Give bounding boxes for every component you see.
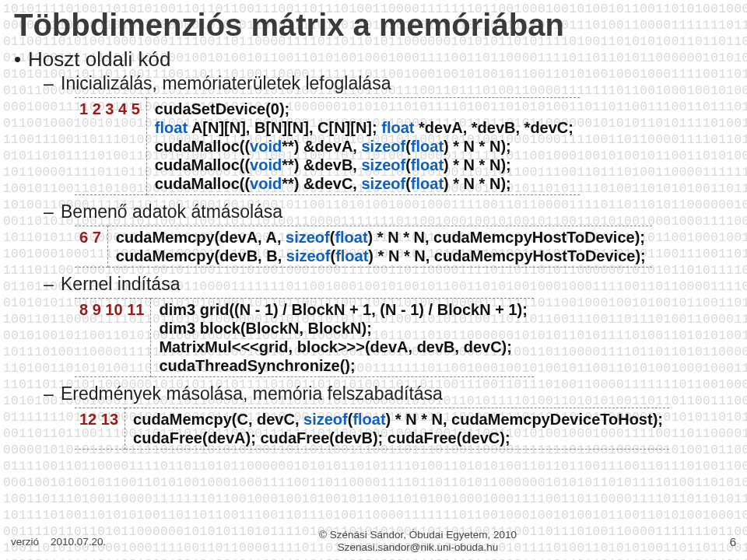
bullet-level1: Hoszt oldali kód	[14, 47, 733, 72]
slide: Többdimenziós mátrix a memóriában Hoszt …	[0, 0, 747, 560]
bullet-level2: Bemenő adatok átmásolása	[14, 201, 733, 222]
bullet-level2: Eredmények másolása, memória felszabadít…	[14, 383, 733, 404]
footer-email: Szenasi.sandor@nik.uni-obuda.hu	[106, 541, 729, 554]
footer-center: © Szénási Sándor, Óbudai Egyetem, 2010 S…	[106, 529, 729, 554]
line-numbers: 6 7	[75, 226, 108, 268]
line-numbers: 12 13	[75, 408, 125, 450]
code-lines: cudaMemcpy(C, devC, sizeof(float) * N * …	[125, 408, 669, 450]
footer-date: 2010.07.20.	[51, 536, 106, 548]
code-block-3: 8 9 10 11 dim3 grid((N - 1) / BlockN + 1…	[75, 298, 733, 377]
code-lines: cudaMemcpy(devA, A, sizeof(float) * N * …	[108, 226, 652, 268]
footer-left: verzió 2010.07.20.	[11, 536, 106, 548]
footer-page-number: 6	[730, 535, 736, 548]
version-label: verzió	[11, 536, 39, 548]
code-block-1: 1 2 3 4 5 cudaSetDevice(0); float A[N][N…	[75, 97, 733, 195]
bullet-level2: Kernel indítása	[14, 274, 733, 295]
line-numbers: 1 2 3 4 5	[75, 97, 147, 195]
slide-footer: verzió 2010.07.20. © Szénási Sándor, Óbu…	[0, 523, 747, 560]
code-block-2: 6 7 cudaMemcpy(devA, A, sizeof(float) * …	[75, 226, 733, 268]
bullet-level2: Inicializálás, memóriaterületek lefoglal…	[14, 73, 733, 94]
code-lines: dim3 grid((N - 1) / BlockN + 1, (N - 1) …	[151, 298, 533, 377]
footer-copyright: © Szénási Sándor, Óbudai Egyetem, 2010	[106, 529, 729, 541]
slide-title: Többdimenziós mátrix a memóriában	[14, 8, 733, 43]
line-numbers: 8 9 10 11	[75, 298, 151, 377]
code-block-4: 12 13 cudaMemcpy(C, devC, sizeof(float) …	[75, 408, 733, 450]
code-lines: cudaSetDevice(0); float A[N][N], B[N][N]…	[147, 97, 580, 195]
